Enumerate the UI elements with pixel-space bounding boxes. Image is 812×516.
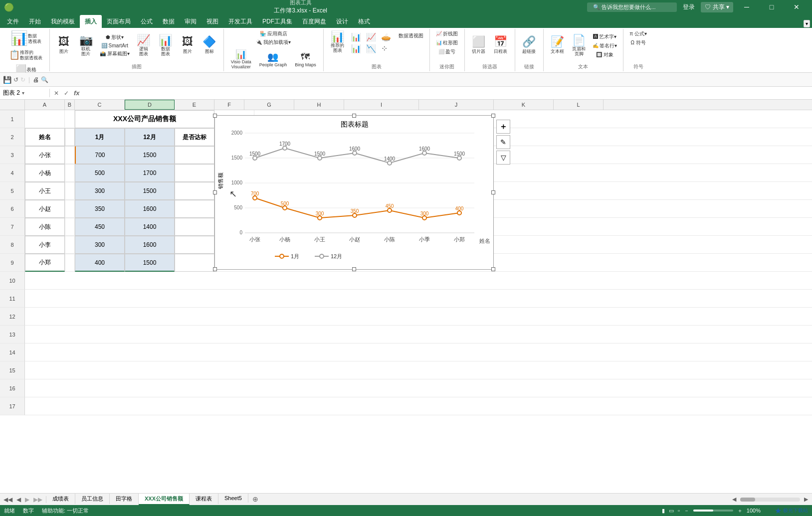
bar-chart-button[interactable]: 📊	[349, 43, 363, 54]
line-chart-button[interactable]: 📈	[364, 32, 378, 42]
header-dec[interactable]: 12月	[125, 128, 175, 146]
formula-button[interactable]: π 公式▾	[627, 30, 649, 38]
chart-add-button[interactable]: ＋	[496, 120, 510, 134]
cell-target-5[interactable]	[175, 236, 214, 254]
cell-dec-2[interactable]: 1500	[125, 182, 175, 200]
share-button[interactable]: ♡ 共享 ▾	[701, 2, 733, 12]
cell-a1[interactable]	[25, 110, 65, 128]
tab-home[interactable]: 开始	[24, 15, 46, 28]
cell-jan-0[interactable]: 700	[75, 146, 125, 164]
scrollbar-thumb[interactable]	[740, 498, 755, 502]
shape-button[interactable]: ⬟ 形状▾	[98, 33, 132, 41]
chart-handle-bc[interactable]	[352, 267, 356, 271]
confirm-formula-icon[interactable]: ✓	[62, 89, 71, 98]
row-header-15[interactable]: 15	[0, 361, 25, 379]
row-header-14[interactable]: 14	[0, 344, 25, 361]
sheet-tab-employees[interactable]: 员工信息	[75, 494, 110, 504]
more-charts-button[interactable]: 数据透视图	[397, 32, 425, 40]
sheet-nav-left[interactable]: ◀◀	[2, 496, 14, 503]
cell-dec-6[interactable]: 1500	[125, 254, 175, 272]
row-header-3[interactable]: 3	[0, 146, 25, 164]
insert-function-icon[interactable]: fx	[72, 88, 82, 98]
name-box[interactable]: 图表 2 ▾	[0, 89, 50, 97]
cell-target-1[interactable]	[175, 164, 214, 182]
bing-maps-button[interactable]: 🗺 Bing Maps	[292, 51, 319, 69]
cell-jan-5[interactable]: 300	[75, 236, 125, 254]
login-button[interactable]: 登录	[679, 2, 699, 12]
cell-target-4[interactable]	[175, 218, 214, 236]
cell-jan-2[interactable]: 300	[75, 182, 125, 200]
header-footer-button[interactable]: 📄 页眉和页脚	[569, 33, 589, 58]
undo-button[interactable]: ↺	[13, 76, 18, 83]
row-header-11[interactable]: 11	[0, 290, 25, 308]
row-header-1[interactable]: 1	[0, 110, 25, 128]
pivot-table-button[interactable]: 📊 数据透视表	[7, 30, 44, 48]
tab-file[interactable]: 文件	[2, 15, 24, 28]
cell-target-3[interactable]	[175, 200, 214, 218]
row-header-4[interactable]: 4	[0, 164, 25, 182]
picture-button[interactable]: 🖼 图片	[54, 35, 74, 56]
row-header-13[interactable]: 13	[0, 326, 25, 344]
close-button[interactable]: ✕	[785, 0, 808, 14]
cell-name-5[interactable]: 小李	[25, 236, 65, 254]
pie-chart-button[interactable]: 🥧	[379, 32, 393, 42]
spellcheck-icon[interactable]: 🔍	[41, 76, 48, 83]
scroll-left-btn[interactable]: ◀	[732, 496, 736, 503]
cell-dec-4[interactable]: 1400	[125, 218, 175, 236]
maximize-button[interactable]: □	[760, 0, 783, 14]
object-button[interactable]: 🔲 对象	[591, 51, 619, 59]
data-chart-button[interactable]: 📊 数据图表	[156, 33, 176, 58]
col-header-j[interactable]: J	[419, 100, 494, 110]
search-box[interactable]: 🔍 告诉我您想要做什么...	[587, 2, 677, 12]
recommended-charts-button[interactable]: 📊 推荐的图表	[328, 30, 348, 55]
screenshot-button[interactable]: 📸 屏幕截图▾	[98, 50, 132, 58]
cell-dec-3[interactable]: 1600	[125, 200, 175, 218]
tab-format[interactable]: 格式	[353, 15, 375, 28]
sheet-nav-right[interactable]: ▶▶	[32, 496, 44, 503]
col-header-h[interactable]: H	[294, 100, 344, 110]
scroll-right-btn[interactable]: ▶	[804, 496, 808, 503]
row-header-2[interactable]: 2	[0, 128, 25, 146]
row-header-12[interactable]: 12	[0, 308, 25, 326]
cell-target-6[interactable]	[175, 254, 214, 272]
view-normal-btn[interactable]: ▮	[662, 508, 665, 514]
app-store-button[interactable]: 🏪 应用商店	[258, 30, 289, 38]
tab-templates[interactable]: 我的模板	[46, 15, 80, 28]
col-header-e[interactable]: E	[175, 100, 214, 110]
sheet-nav-prev[interactable]: ◀	[15, 496, 22, 503]
icons-button[interactable]: 🔷 图标	[200, 35, 219, 56]
col-header-g[interactable]: G	[244, 100, 294, 110]
cell-dec-0[interactable]: 1500	[125, 146, 175, 164]
wordart-button[interactable]: 🅰 艺术字▾	[591, 33, 619, 41]
cell-b2[interactable]	[65, 128, 75, 146]
chart-handle-mr[interactable]	[491, 190, 495, 194]
col-header-d[interactable]: D	[125, 100, 175, 110]
zoom-in-btn[interactable]: ＋	[737, 507, 743, 515]
picture2-button[interactable]: 🖼 图片	[178, 35, 198, 56]
minimize-button[interactable]: ─	[735, 0, 758, 14]
chart-handle-tr[interactable]	[491, 114, 495, 118]
online-picture-button[interactable]: 📷 联机图片	[76, 33, 96, 58]
signature-button[interactable]: ✍ 签名行▾	[591, 42, 619, 50]
view-layout-btn[interactable]: ▭	[669, 508, 674, 514]
logic-chart-button[interactable]: 📈 逻辑图表	[134, 33, 154, 58]
chart-handle-br[interactable]	[491, 267, 495, 271]
sheet-tab-courses[interactable]: 课程表	[190, 494, 218, 504]
cell-name-0[interactable]: 小张	[25, 146, 65, 164]
tab-dev[interactable]: 开发工具	[223, 15, 257, 28]
cell-dec-5[interactable]: 1600	[125, 236, 175, 254]
column-chart-button[interactable]: 📊	[349, 32, 363, 42]
col-header-k[interactable]: K	[494, 100, 554, 110]
tab-layout[interactable]: 页面布局	[102, 15, 136, 28]
col-header-a[interactable]: A	[25, 100, 65, 110]
chart-container[interactable]: 图表标题 销售额	[214, 115, 494, 270]
cell-name-1[interactable]: 小杨	[25, 164, 65, 182]
header-name[interactable]: 姓名	[25, 128, 65, 146]
zoom-out-btn[interactable]: －	[684, 507, 689, 515]
tab-formulas[interactable]: 公式	[136, 15, 158, 28]
tab-insert[interactable]: 插入	[80, 15, 102, 28]
cell-target-0[interactable]	[175, 146, 214, 164]
tab-review[interactable]: 审阅	[180, 15, 202, 28]
cell-name-3[interactable]: 小赵	[25, 200, 65, 218]
cell-jan-1[interactable]: 500	[75, 164, 125, 182]
